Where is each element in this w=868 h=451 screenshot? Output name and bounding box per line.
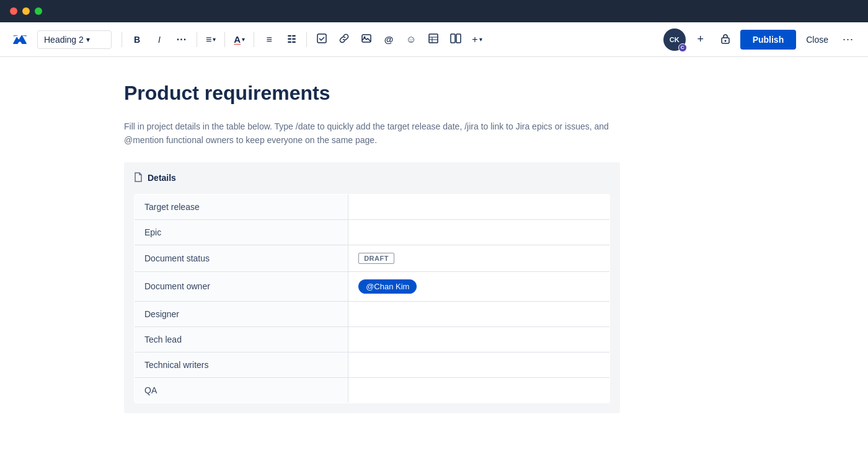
align-chevron: ▾: [213, 36, 216, 43]
row-value[interactable]: [348, 352, 610, 377]
toolbar-divider-3: [224, 32, 225, 47]
row-label: Tech lead: [135, 326, 348, 352]
layout-icon: [450, 33, 461, 45]
mention-icon: @: [384, 34, 394, 45]
content-area[interactable]: Product requirements Fill in project det…: [0, 57, 868, 451]
bold-icon: B: [134, 35, 140, 45]
bullet-list-button[interactable]: ≡: [259, 30, 279, 50]
heading-selector-label: Heading 2: [44, 35, 84, 45]
details-table: Target release Epic Document status DRAF…: [134, 194, 610, 403]
fullscreen-traffic-light[interactable]: [35, 7, 42, 15]
row-label: QA: [135, 377, 348, 403]
toolbar-divider-2: [197, 32, 197, 47]
row-label: Document status: [135, 245, 348, 271]
row-value[interactable]: DRAFT: [348, 245, 610, 271]
numbered-list-icon: ☷: [287, 33, 296, 45]
table-row: Epic: [135, 219, 610, 245]
svg-rect-0: [317, 34, 326, 43]
svg-rect-7: [451, 34, 455, 43]
page-description[interactable]: Fill in project details in the table bel…: [124, 120, 620, 147]
insert-more-chevron: ▾: [479, 36, 482, 43]
row-label: Document owner: [135, 271, 348, 301]
table-row: Document owner @Chan Kim: [135, 271, 610, 301]
color-chevron: ▾: [242, 36, 245, 43]
avatar-badge: C: [678, 43, 687, 52]
page-title[interactable]: Product requirements: [124, 82, 744, 105]
table-row: QA: [135, 377, 610, 403]
mention-button[interactable]: @: [379, 30, 399, 50]
details-doc-icon: [134, 172, 143, 184]
row-value[interactable]: [348, 301, 610, 326]
row-label: Technical writers: [135, 352, 348, 377]
svg-rect-8: [456, 34, 461, 43]
toolbar-divider-5: [306, 32, 307, 47]
row-value[interactable]: [348, 194, 610, 219]
bold-button[interactable]: B: [127, 30, 147, 50]
color-icon: A: [234, 34, 241, 45]
more-options-icon: ···: [843, 33, 854, 46]
emoji-icon: ☺: [406, 34, 416, 45]
more-text-button[interactable]: ···: [172, 30, 192, 50]
row-label: Designer: [135, 301, 348, 326]
row-value[interactable]: @Chan Kim: [348, 271, 610, 301]
more-text-icon: ···: [177, 34, 187, 45]
numbered-list-button[interactable]: ☷: [281, 30, 301, 50]
toolbar-divider-1: [122, 32, 122, 47]
add-icon: +: [697, 33, 704, 46]
avatar-initials: CK: [670, 36, 680, 43]
italic-icon: I: [158, 35, 161, 45]
image-icon: [361, 33, 371, 45]
italic-button[interactable]: I: [149, 30, 169, 50]
checkbox-icon: [317, 33, 327, 45]
color-button[interactable]: A ▾: [230, 30, 249, 50]
toolbar-divider-4: [254, 32, 254, 47]
table-button[interactable]: [423, 30, 443, 50]
publish-button[interactable]: Publish: [740, 30, 797, 50]
mention-badge[interactable]: @Chan Kim: [358, 279, 417, 294]
details-label: Details: [148, 173, 176, 183]
emoji-button[interactable]: ☺: [401, 30, 421, 50]
confluence-logo[interactable]: [10, 30, 30, 50]
status-badge[interactable]: DRAFT: [358, 253, 394, 264]
svg-rect-3: [429, 34, 438, 43]
link-icon: [339, 33, 349, 45]
row-label: Epic: [135, 219, 348, 245]
table-icon: [428, 33, 438, 45]
align-button[interactable]: ≡ ▾: [202, 30, 219, 50]
title-bar: [0, 0, 868, 22]
lock-icon: [720, 33, 730, 46]
row-label: Target release: [135, 194, 348, 219]
toolbar: Heading 2 ▾ B I ··· ≡ ▾ A ▾: [0, 22, 868, 57]
table-row: Document status DRAFT: [135, 245, 610, 271]
table-row: Target release: [135, 194, 610, 219]
table-row: Designer: [135, 301, 610, 326]
details-panel: Details Target release Epic: [124, 162, 620, 413]
more-options-button[interactable]: ···: [838, 30, 858, 50]
row-value[interactable]: [348, 326, 610, 352]
link-button[interactable]: [334, 30, 354, 50]
checkbox-button[interactable]: [312, 30, 332, 50]
plus-icon: +: [472, 34, 477, 45]
row-value[interactable]: [348, 377, 610, 403]
user-avatar[interactable]: CK C: [663, 28, 686, 51]
row-value[interactable]: [348, 219, 610, 245]
close-button[interactable]: Close: [801, 31, 833, 48]
image-button[interactable]: [356, 30, 376, 50]
close-traffic-light[interactable]: [10, 7, 17, 15]
align-icon: ≡: [206, 34, 211, 45]
table-row: Technical writers: [135, 352, 610, 377]
details-header: Details: [134, 172, 610, 184]
table-row: Tech lead: [135, 326, 610, 352]
bullet-list-icon: ≡: [267, 34, 272, 45]
layout-button[interactable]: [446, 30, 466, 50]
insert-more-button[interactable]: + ▾: [468, 30, 485, 50]
restrict-button[interactable]: [715, 30, 735, 50]
minimize-traffic-light[interactable]: [22, 7, 30, 15]
heading-selector-chevron: ▾: [86, 35, 90, 44]
add-collaborator-button[interactable]: +: [691, 30, 711, 50]
toolbar-right: CK C + Publish Close ···: [663, 28, 858, 51]
app-container: Heading 2 ▾ B I ··· ≡ ▾ A ▾: [0, 22, 868, 451]
heading-selector[interactable]: Heading 2 ▾: [37, 30, 112, 49]
svg-point-10: [724, 40, 726, 42]
